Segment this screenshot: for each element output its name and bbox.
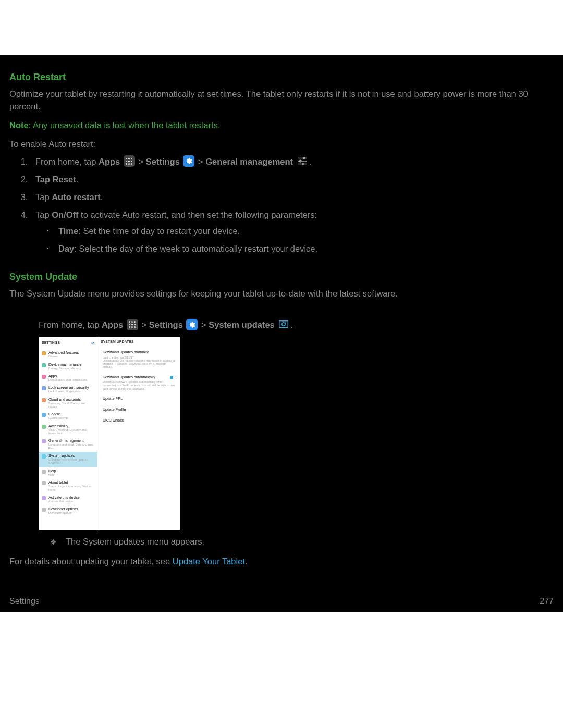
page-footer: Settings 277 — [9, 595, 554, 607]
page-number: 277 — [540, 595, 554, 607]
settings-list-item: Activate this deviceActivate this device — [39, 493, 97, 505]
system-update-option: Download updates manuallyLast checked on… — [97, 347, 180, 372]
note-text: : Any unsaved data is lost when the tabl… — [29, 120, 221, 130]
details-line: For details about updating your tablet, … — [9, 556, 554, 568]
search-icon: ⌕ — [91, 339, 94, 346]
system-update-step: From home, tap Apps > Settings > System … — [39, 319, 554, 331]
result-item: The System updates menu appears. — [50, 536, 554, 548]
document-page: Auto Restart Optimize your tablet by res… — [0, 55, 563, 612]
system-update-option: Update PRL — [97, 393, 180, 404]
settings-list-item: About tabletStatus, Legal information, D… — [39, 478, 97, 493]
settings-list-item: Developer optionsDeveloper options — [39, 505, 97, 516]
note-label: Note — [9, 120, 29, 130]
apps-icon — [124, 155, 135, 167]
bullet-time: Time: Set the time of day to restart you… — [47, 225, 554, 238]
update-icon — [278, 319, 289, 330]
system-update-option: Update Profile — [97, 404, 180, 415]
auto-restart-steps: From home, tap Apps > Settings > General… — [30, 156, 554, 256]
system-updates-screenshot: SETTINGS ⌕ Advanced featuresGamesDevice … — [39, 337, 554, 530]
settings-panel-header: SETTINGS — [42, 340, 60, 346]
system-updates-panel-header: SYSTEM UPDATES — [101, 339, 134, 344]
step-3: Tap Auto restart. — [30, 191, 554, 204]
settings-list-item: Advanced featuresGames — [39, 349, 97, 360]
system-update-option: UICC Unlock — [97, 415, 180, 426]
gear-icon — [183, 155, 194, 167]
system-update-option: Download updates automaticallyDownload s… — [97, 372, 180, 393]
settings-list-item: Cloud and accountsSamsung Cloud, Backup … — [39, 396, 97, 411]
settings-list-item: GoogleGoogle settings — [39, 410, 97, 422]
settings-list-item: Lock screen and securityLock screen, Fin… — [39, 384, 97, 395]
auto-restart-intro: Optimize your tablet by restarting it au… — [9, 88, 554, 113]
bullet-day: Day: Select the day of the week to autom… — [47, 243, 554, 255]
settings-list-item: AppsDefault apps, App permissions — [39, 372, 97, 384]
settings-list-item: General managementLanguage and input, Da… — [39, 437, 97, 452]
update-your-tablet-link[interactable]: Update Your Tablet — [173, 557, 245, 566]
auto-restart-note: Note: Any unsaved data is lost when the … — [9, 119, 554, 132]
step-4: Tap On/Off to activate Auto restart, and… — [30, 209, 554, 256]
settings-list-item: Device maintenanceBattery, Storage, Memo… — [39, 361, 97, 372]
step-2: Tap Reset. — [30, 174, 554, 186]
settings-list-item: AccessibilityVision, Hearing, Dexterity … — [39, 422, 97, 437]
system-update-heading: System Update — [9, 270, 554, 283]
settings-list-item: HelpHelp — [39, 467, 97, 478]
toggle-switch — [170, 376, 176, 379]
apps-icon — [127, 319, 138, 330]
sliders-icon — [297, 155, 308, 167]
auto-restart-heading: Auto Restart — [9, 70, 554, 84]
system-update-intro: The System Update menu provides settings… — [9, 288, 554, 300]
result-list: The System updates menu appears. — [50, 536, 554, 548]
footer-section: Settings — [9, 595, 40, 607]
settings-list-item: System updatesCheck for new system updat… — [39, 452, 97, 467]
auto-restart-lead: To enable Auto restart: — [9, 138, 554, 151]
step4-bullets: Time: Set the time of day to restart you… — [47, 225, 554, 255]
step-1: From home, tap Apps > Settings > General… — [30, 156, 554, 168]
gear-icon — [186, 319, 198, 330]
